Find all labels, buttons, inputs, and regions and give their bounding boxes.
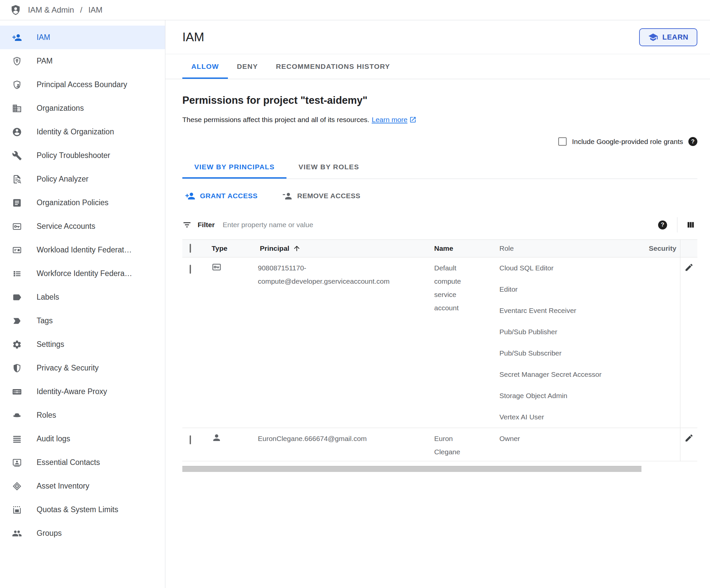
sidebar-item-label: Quotas & System Limits [37,505,118,514]
person-add-icon [185,191,195,201]
edit-principal-button[interactable] [684,433,694,461]
sidebar-item-label: Workload Identity Federat… [37,245,132,254]
table-row: 908087151170-compute@developer.gservicea… [182,258,697,428]
role-value: Vertex AI User [499,407,680,428]
sidebar-item-label: Tags [37,316,53,325]
learn-more-link[interactable]: Learn more [372,116,416,124]
wrench-icon [12,151,22,161]
filter-input[interactable] [222,220,658,229]
tab-deny[interactable]: DENY [228,54,267,79]
policy-tabs: ALLOWDENYRECOMMENDATIONS HISTORY [165,54,710,79]
sidebar-item-workforce-identity-federa[interactable]: Workforce Identity Federa… [0,262,165,285]
sidebar-item-tags[interactable]: Tags [0,309,165,333]
service-account-icon [12,221,22,231]
table-body: 908087151170-compute@developer.gservicea… [182,258,697,461]
sidebar-item-service-accounts[interactable]: Service Accounts [0,215,165,238]
page-title: IAM [182,30,204,44]
permissions-description: These permissions affect this project an… [182,116,369,124]
row-checkbox[interactable] [190,265,191,274]
sidebar-item-label: Policy Troubleshooter [37,151,110,160]
grant-access-button[interactable]: GRANT ACCESS [182,191,260,201]
iam-admin-shield-icon [10,4,21,16]
horizontal-scrollbar-thumb[interactable] [182,466,641,472]
sidebar-item-label: Audit logs [37,434,70,443]
principal-value: 908087151170-compute@developer.gservicea… [258,258,434,428]
role-value: Owner [499,428,680,449]
sidebar-item-iam[interactable]: IAM [0,26,165,49]
article-icon [12,198,22,208]
row-checkbox[interactable] [190,435,191,444]
filter-icon [182,220,192,229]
sidebar-item-essential-contacts[interactable]: Essential Contacts [0,451,165,474]
breadcrumb-separator: / [80,5,82,15]
include-google-roles-checkbox[interactable] [558,137,567,146]
sidebar-item-roles[interactable]: Roles [0,403,165,427]
sidebar-item-policy-troubleshooter[interactable]: Policy Troubleshooter [0,144,165,167]
role-value: Eventarc Event Receiver [499,300,680,321]
remove-access-button[interactable]: REMOVE ACCESS [280,191,363,201]
name-value: Euron Clegane [434,428,495,461]
service-account-icon [212,262,221,272]
breadcrumb-section[interactable]: IAM & Admin [28,5,74,15]
sidebar-item-groups[interactable]: Groups [0,521,165,545]
principal-value: EuronClegane.666674@gmail.com [258,428,434,461]
sidebar-item-label: Labels [37,293,59,302]
sidebar-item-label: Essential Contacts [37,458,100,467]
sidebar-item-labels[interactable]: Labels [0,285,165,309]
sidebar-item-label: Identity & Organization [37,127,114,137]
iap-card-icon [12,387,22,397]
breadcrumb-page: IAM [88,5,102,15]
sidebar-item-policy-analyzer[interactable]: Policy Analyzer [0,167,165,191]
table-header-row: Type Principal Name Role Security [182,240,697,258]
column-header-type: Type [210,244,258,252]
tab-recommendations-history[interactable]: RECOMMENDATIONS HISTORY [267,54,399,79]
doc-search-icon [12,174,22,184]
sidebar-item-workload-identity-federat[interactable]: Workload Identity Federat… [0,238,165,262]
select-all-checkbox[interactable] [190,244,191,253]
sidebar-item-identity-aware-proxy[interactable]: Identity-Aware Proxy [0,380,165,403]
tab-allow[interactable]: ALLOW [182,54,228,79]
learn-button[interactable]: LEARN [639,28,697,46]
column-display-icon[interactable] [686,220,695,229]
sidebar-item-label: Policy Analyzer [37,175,89,183]
edit-principal-button[interactable] [684,263,694,428]
roles-list: Owner [495,428,680,461]
roles-list: Cloud SQL EditorEditorEventarc Event Rec… [495,258,680,428]
sidebar-item-identity-organization[interactable]: Identity & Organization [0,120,165,144]
graduation-cap-icon [648,32,658,42]
role-value: Secret Manager Secret Accessor [499,364,680,385]
sidebar-item-organizations[interactable]: Organizations [0,96,165,120]
sidebar-item-organization-policies[interactable]: Organization Policies [0,191,165,215]
organizations-icon [12,103,22,114]
hat-icon [12,410,22,420]
sidebar-item-quotas-system-limits[interactable]: Quotas & System Limits [0,498,165,521]
sidebar-item-label: Asset Inventory [37,482,90,491]
sidebar-item-pam[interactable]: PAM [0,49,165,73]
sidebar-item-privacy-security[interactable]: Privacy & Security [0,356,165,380]
help-icon[interactable]: ? [688,137,697,146]
sidebar-item-settings[interactable]: Settings [0,333,165,356]
sidebar-item-asset-inventory[interactable]: Asset Inventory [0,474,165,498]
column-header-security: Security [649,244,681,252]
sidebar-item-principal-access-boundary[interactable]: Principal Access Boundary [0,73,165,96]
person-add-icon [12,32,22,43]
sidebar-item-label: Principal Access Boundary [37,80,127,89]
tab-view-by-roles[interactable]: VIEW BY ROLES [286,155,371,178]
role-value: Editor [499,279,680,300]
access-actions: GRANT ACCESS REMOVE ACCESS [182,186,697,205]
tab-view-by-principals[interactable]: VIEW BY PRINCIPALS [182,155,286,178]
view-tabs: VIEW BY PRINCIPALSVIEW BY ROLES [182,155,697,179]
sidebar-item-label: Organizations [37,104,84,113]
role-value: Cloud SQL Editor [499,258,680,279]
name-value: Default compute service account [434,258,495,428]
filter-help-icon[interactable]: ? [658,220,667,229]
content-area: Permissions for project "test-aidemy" Th… [165,95,710,472]
filter-bar: Filter ? [182,213,697,237]
sidebar-item-audit-logs[interactable]: Audit logs [0,427,165,451]
label-important-icon [12,316,22,326]
column-header-principal[interactable]: Principal [258,244,434,252]
list-icon [12,269,22,279]
vertical-divider [677,217,678,232]
sidebar-item-label: Groups [37,529,62,538]
sidebar-item-label: Identity-Aware Proxy [37,387,107,396]
